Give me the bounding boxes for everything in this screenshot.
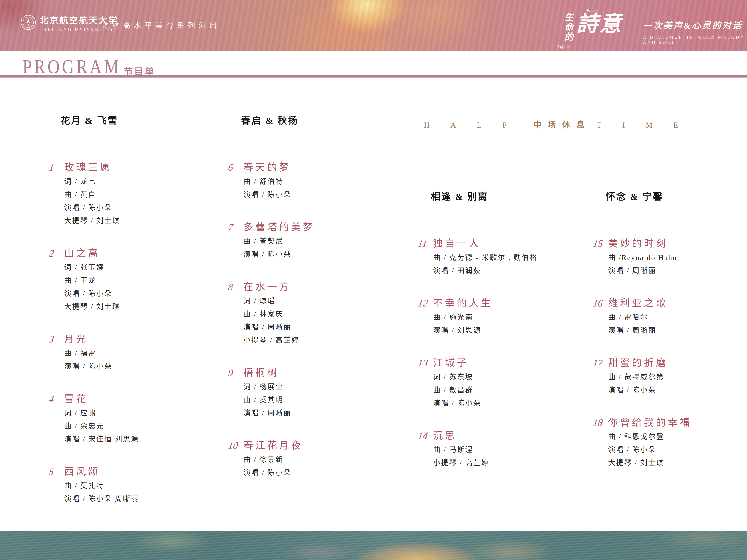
item-detail: 演唱 / 陈小朵 [64,201,185,214]
section-items: 11独自一人曲 / 克劳德 - 米歇尔 . 勋伯格演唱 / 田润荻12不幸的人生… [418,235,559,470]
item-title-row: 14沉思 [418,428,559,442]
item-number: 8 [227,281,242,293]
section-column-2: 春启 & 秋扬 6春天的梦曲 / 舒伯特演唱 / 陈小朵7多蕾塔的美梦曲 / 普… [228,113,356,497]
program-item: 10春江花月夜曲 / 徐景新演唱 / 陈小朵 [228,437,356,479]
item-title-row: 17甜蜜的折磨 [593,355,740,369]
show-title-main: 詩意 [576,12,622,36]
item-title: 春江花月夜 [243,437,303,452]
item-detail: 曲 / 福雷 [64,347,185,360]
item-number: 7 [227,222,242,233]
item-detail: 大提琴 / 刘士琪 [64,214,185,228]
item-number: 6 [227,162,242,173]
item-number: 5 [48,466,63,477]
item-title-row: 10春江花月夜 [228,437,356,452]
item-detail: 小提琴 / 高芷婷 [243,334,356,347]
program-item: 7多蕾塔的美梦曲 / 普契尼演唱 / 陈小朵 [228,219,356,261]
item-number: 15 [592,238,607,249]
item-detail: 演唱 / 周晰丽 [243,407,356,420]
item-detail: 演唱 / 周晰丽 [608,264,740,277]
item-detail: 曲 / 马斯涅 [433,444,559,456]
item-detail: 演唱 / 周晰丽 [243,321,356,334]
item-detail: 词 / 琼瑶 [243,295,356,308]
item-title: 雪花 [64,391,88,405]
item-detail: 曲 / 莫扎特 [64,479,185,492]
item-title: 美妙的时刻 [608,235,668,249]
section-column-4: 怀念 & 宁馨 15美妙的时刻曲 /Reynaldo Hahn演唱 / 周晰丽1… [593,189,740,487]
item-detail: 演唱 / 周晰丽 [608,324,740,337]
program-item: 18你曾给我的幸福曲 / 科恩戈尔登演唱 / 陈小朵大提琴 / 刘士琪 [593,415,740,470]
title-rule [0,75,747,78]
item-title: 维利亚之歌 [608,295,668,309]
item-title-row: 12不幸的人生 [418,295,559,309]
item-detail: 演唱 / 陈小朵 周晰丽 [64,492,185,506]
item-title: 春天的梦 [243,159,291,174]
item-detail: 小提琴 / 高芷婷 [433,456,559,470]
item-detail: 曲 / 科恩戈尔登 [608,430,740,444]
item-detail: 曲 / 蒙特威尔第 [608,371,740,384]
item-detail: 演唱 / 陈小朵 [608,444,740,456]
item-detail: 演唱 / 田润荻 [433,264,559,277]
item-number: 13 [417,357,432,369]
item-detail: 演唱 / 陈小朵 [64,360,185,373]
item-detail: 大提琴 / 刘士琪 [608,456,740,470]
column-divider-right [561,186,561,506]
program-item: 15美妙的时刻曲 /Reynaldo Hahn演唱 / 周晰丽 [593,235,740,277]
halftime-en-left: HALF [424,121,527,129]
item-number: 18 [592,417,607,428]
section-title: 花月 & 飞雪 [60,113,185,127]
item-detail: 曲 / 雷哈尔 [608,311,740,324]
item-number: 9 [227,367,242,378]
program-item: 8在水一方词 / 琼瑶曲 / 林家庆演唱 / 周晰丽小提琴 / 高芷婷 [228,279,356,347]
item-detail: 曲 / 徐景新 [243,453,356,466]
item-number: 17 [592,357,607,369]
item-detail: 演唱 / 陈小朵 [243,248,356,261]
item-detail: 演唱 / 陈小朵 [608,384,740,397]
top-banner-artwork: 1952 北京航空航天大学 BEIHANG UNIVERSITY 北航高水平美育… [0,0,747,51]
item-title-row: 4雪花 [49,391,185,405]
item-detail: 词 / 张玉孃 [64,261,185,274]
item-number: 14 [417,430,432,442]
item-detail: 演唱 / 宋佳恒 刘思源 [64,433,185,446]
item-detail: 曲 /Reynaldo Hahn [608,251,740,264]
item-title: 山之高 [64,245,100,259]
item-detail: 词 / 苏东坡 [433,371,559,384]
program-item: 13江城子词 / 苏东坡曲 / 敖昌群演唱 / 陈小朵 [418,355,559,410]
item-detail: 曲 / 施光南 [433,311,559,324]
item-detail: 曲 / 余忠元 [64,420,185,433]
program-item: 6春天的梦曲 / 舒伯特演唱 / 陈小朵 [228,159,356,201]
section-items: 6春天的梦曲 / 舒伯特演唱 / 陈小朵7多蕾塔的美梦曲 / 普契尼演唱 / 陈… [228,159,356,479]
series-title: 北航高水平美育系列演出 [101,20,220,30]
section-title: 相逢 & 别离 [431,189,559,203]
section-column-3: 相逢 & 别离 11独自一人曲 / 克劳德 - 米歇尔 . 勋伯格演唱 / 田润… [418,189,559,487]
show-title-cluster: Poetry 生命的 詩意 Lifelike [557,9,642,47]
item-title: 梧桐树 [243,365,279,379]
item-detail: 词 / 应啸 [64,407,185,420]
column-divider-left [187,101,187,510]
item-title-row: 13江城子 [418,355,559,369]
item-title-row: 6春天的梦 [228,159,356,174]
item-detail: 演唱 / 陈小朵 [243,188,356,201]
program-item: 16维利亚之歌曲 / 雷哈尔演唱 / 周晰丽 [593,295,740,337]
program-item: 2山之高词 / 张玉孃曲 / 王龙演唱 / 陈小朵大提琴 / 刘士琪 [49,245,185,313]
program-item: 9梧桐树词 / 杨展业曲 / 奚其明演唱 / 周晰丽 [228,365,356,420]
item-detail: 曲 / 黄自 [64,188,185,201]
item-detail: 曲 / 普契尼 [243,235,356,248]
section-title: 怀念 & 宁馨 [606,189,740,203]
show-subtitle-en: A DIALOGUE BETWEEN MELODY AND SOUL [643,35,747,45]
item-detail: 曲 / 奚其明 [243,394,356,407]
item-title-row: 7多蕾塔的美梦 [228,219,356,233]
item-title: 你曾给我的幸福 [608,415,692,429]
item-number: 16 [592,298,607,309]
program-item: 11独自一人曲 / 克劳德 - 米歇尔 . 勋伯格演唱 / 田润荻 [418,235,559,277]
section-column-1: 花月 & 飞雪 1玫瑰三愿词 / 龙七曲 / 黄自演唱 / 陈小朵大提琴 / 刘… [49,113,185,523]
item-title-row: 15美妙的时刻 [593,235,740,249]
program-item: 1玫瑰三愿词 / 龙七曲 / 黄自演唱 / 陈小朵大提琴 / 刘士琪 [49,159,185,228]
item-number: 2 [48,248,63,259]
item-detail: 演唱 / 陈小朵 [433,397,559,410]
item-number: 4 [48,393,63,405]
item-title: 玫瑰三愿 [64,159,112,174]
item-detail: 大提琴 / 刘士琪 [64,300,185,313]
item-detail: 演唱 / 陈小朵 [64,287,185,300]
item-number: 11 [417,238,432,249]
item-title: 在水一方 [243,279,291,293]
